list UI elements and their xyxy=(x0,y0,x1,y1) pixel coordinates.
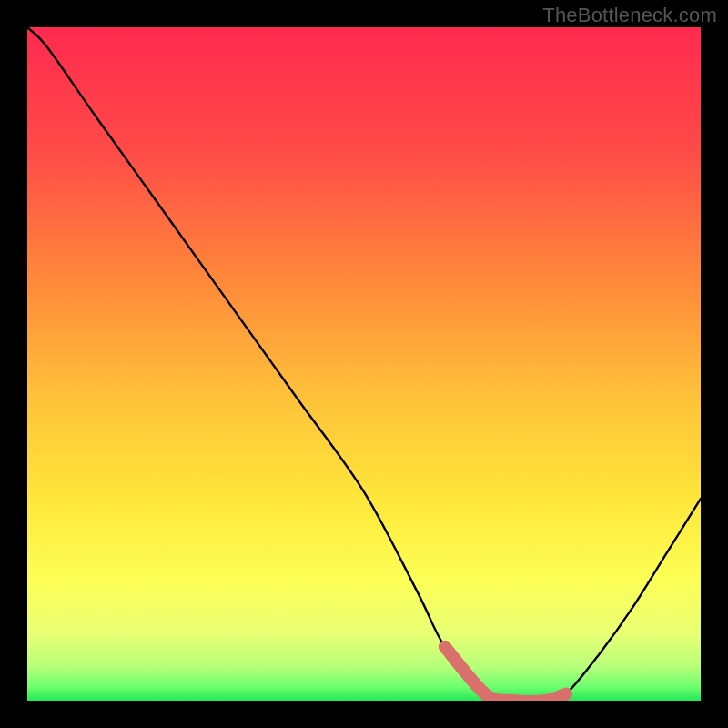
gradient-background xyxy=(27,27,701,701)
plot-area xyxy=(27,27,701,701)
watermark-text: TheBottleneck.com xyxy=(542,4,717,27)
bottleneck-chart xyxy=(27,27,701,701)
